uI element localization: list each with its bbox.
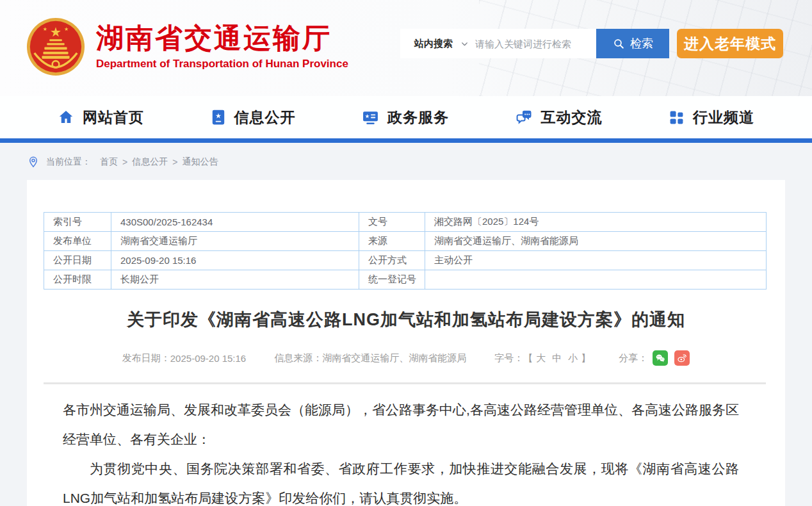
breadcrumb-home[interactable]: 首页 xyxy=(100,156,118,168)
info-source-value: 湖南省交通运输厅、湖南省能源局 xyxy=(322,352,466,364)
article-paragraph: 各市州交通运输局、发展和改革委员会（能源局），省公路事务中心,各高速公路经营管理… xyxy=(63,395,739,454)
meta-value-cell: 主动公开 xyxy=(425,251,767,270)
search-box: 站内搜索 xyxy=(400,29,596,58)
national-emblem-icon xyxy=(26,17,86,77)
main-nav: 网站首页 信息公开 政务服务 xyxy=(0,96,812,138)
nav-label: 信息公开 xyxy=(234,108,296,127)
breadcrumb-separator: > xyxy=(122,157,127,167)
wechat-share-button[interactable] xyxy=(653,350,668,366)
meta-label-cell: 统一登记号 xyxy=(359,270,425,290)
location-pin-icon xyxy=(27,156,40,168)
font-size-small-button[interactable]: 小 xyxy=(568,352,578,364)
font-size-medium-button[interactable]: 中 xyxy=(552,352,562,364)
weibo-share-button[interactable] xyxy=(674,350,690,366)
meta-value-cell: 430S00/2025-162434 xyxy=(111,213,359,232)
breadcrumb: 当前位置： 首页 > 信息公开 > 通知公告 xyxy=(27,152,218,172)
table-row: 索引号 430S00/2025-162434 文号 湘交路网〔2025〕124号 xyxy=(44,213,767,232)
site-title: 湖南省交通运输厅 xyxy=(96,23,348,53)
meta-label-cell: 公开方式 xyxy=(359,251,425,270)
article-title: 关于印发《湖南省高速公路LNG加气站和加氢站布局建设方案》的通知 xyxy=(27,308,785,331)
nav-item-info-disclosure[interactable]: 信息公开 xyxy=(211,108,296,127)
breadcrumb-separator: > xyxy=(172,157,177,167)
publish-date-label: 发布日期： xyxy=(122,352,170,364)
article-meta-row: 发布日期： 2025-09-20 15:16 信息来源： 湖南省交通运输厅、湖南… xyxy=(27,350,785,366)
search-area: 站内搜索 检索 进入老年模式 xyxy=(400,29,783,58)
meta-label-cell: 公开日期 xyxy=(44,251,111,270)
meta-label-cell: 发布单位 xyxy=(44,232,111,251)
meta-value-cell xyxy=(425,270,767,290)
table-row: 发布单位 湖南省交通运输厅 来源 湖南省交通运输厅、湖南省能源局 xyxy=(44,232,767,251)
grid-blocks-icon xyxy=(669,110,685,126)
font-size-label: 字号： xyxy=(494,352,523,364)
service-screen-icon xyxy=(362,109,379,126)
share-icons xyxy=(653,350,690,366)
article-body: 各市州交通运输局、发展和改革委员会（能源局），省公路事务中心,各高速公路经营管理… xyxy=(63,395,739,506)
breadcrumb-label: 当前位置： xyxy=(46,156,91,168)
doc-meta-table: 索引号 430S00/2025-162434 文号 湘交路网〔2025〕124号… xyxy=(44,212,767,290)
search-icon xyxy=(612,37,626,51)
search-button[interactable]: 检索 xyxy=(596,29,669,58)
nav-item-interaction[interactable]: 互动交流 xyxy=(516,108,603,127)
nav-label: 政务服务 xyxy=(387,108,449,127)
nav-item-gov-services[interactable]: 政务服务 xyxy=(362,108,449,127)
font-size-control: 字号： 【 大 中 小 】 xyxy=(494,352,590,364)
meta-label-cell: 公开时限 xyxy=(44,270,111,290)
nav-label: 互动交流 xyxy=(541,108,603,127)
nav-item-industry-channel[interactable]: 行业频道 xyxy=(669,108,754,127)
meta-value-cell: 长期公开 xyxy=(111,270,359,290)
search-scope-dropdown[interactable]: 站内搜索 xyxy=(414,38,475,50)
chevron-down-icon xyxy=(460,40,469,48)
info-source: 信息来源： 湖南省交通运输厅、湖南省能源局 xyxy=(274,352,466,364)
elder-mode-button[interactable]: 进入老年模式 xyxy=(677,29,783,58)
info-source-label: 信息来源： xyxy=(274,352,322,364)
publish-date-value: 2025-09-20 15:16 xyxy=(170,353,246,364)
table-row: 公开日期 2025-09-20 15:16 公开方式 主动公开 xyxy=(44,251,767,270)
content-card: 索引号 430S00/2025-162434 文号 湘交路网〔2025〕124号… xyxy=(27,180,785,506)
article-paragraph: 为贯彻党中央、国务院决策部署和省委、省政府工作要求，加快推进交能融合发展，现将《… xyxy=(63,454,739,506)
document-star-icon xyxy=(211,109,226,126)
meta-label-cell: 索引号 xyxy=(44,213,111,232)
search-input[interactable] xyxy=(475,38,596,49)
font-size-bracket: 】 xyxy=(581,352,590,364)
breadcrumb-notices[interactable]: 通知公告 xyxy=(182,156,218,168)
nav-accent-bar xyxy=(0,138,812,143)
site-subtitle: Department of Transportation of Hunan Pr… xyxy=(96,58,348,70)
font-size-large-button[interactable]: 大 xyxy=(536,352,546,364)
meta-value-cell: 2025-09-20 15:16 xyxy=(111,251,359,270)
nav-item-home[interactable]: 网站首页 xyxy=(58,108,144,127)
weibo-icon xyxy=(676,352,688,364)
nav-label: 网站首页 xyxy=(83,108,144,127)
site-logo[interactable]: 湖南省交通运输厅 Department of Transportation of… xyxy=(26,17,348,77)
share-control: 分享： xyxy=(619,350,690,366)
site-header: 湖南省交通运输厅 Department of Transportation of… xyxy=(0,0,812,96)
breadcrumb-info-disclosure[interactable]: 信息公开 xyxy=(132,156,168,168)
content-divider xyxy=(44,382,766,384)
search-scope-label: 站内搜索 xyxy=(414,38,453,50)
home-icon xyxy=(58,109,74,126)
table-row: 公开时限 长期公开 统一登记号 xyxy=(44,270,767,290)
nav-label: 行业频道 xyxy=(693,108,754,127)
search-button-label: 检索 xyxy=(630,36,653,51)
publish-date: 发布日期： 2025-09-20 15:16 xyxy=(122,352,246,364)
chat-bubbles-icon xyxy=(516,109,533,126)
font-size-bracket: 【 xyxy=(523,352,533,364)
meta-value-cell: 湖南省交通运输厅 xyxy=(111,232,359,251)
logo-text: 湖南省交通运输厅 Department of Transportation of… xyxy=(96,23,348,70)
meta-value-cell: 湘交路网〔2025〕124号 xyxy=(425,213,767,232)
share-label: 分享： xyxy=(619,352,647,364)
meta-label-cell: 来源 xyxy=(359,232,425,251)
wechat-icon xyxy=(654,352,666,364)
meta-label-cell: 文号 xyxy=(359,213,425,232)
meta-value-cell: 湖南省交通运输厅、湖南省能源局 xyxy=(425,232,767,251)
page: 湖南省交通运输厅 Department of Transportation of… xyxy=(0,0,812,506)
